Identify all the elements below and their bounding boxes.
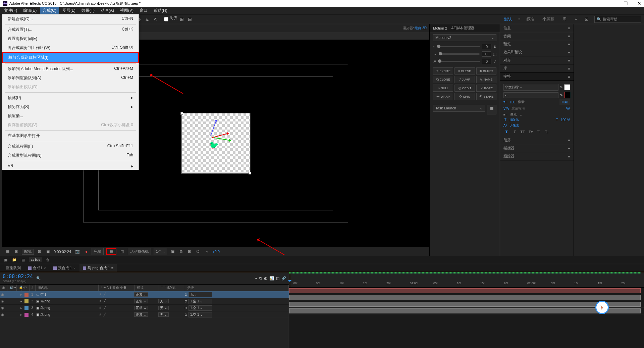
layer-bar[interactable] (289, 302, 641, 307)
blend-mode-dropdown[interactable]: 正常 ⌄ (134, 306, 148, 310)
layer-name[interactable]: 空 1 (40, 292, 46, 297)
workspace-small[interactable]: 小屏幕 (540, 15, 556, 23)
motion-slider-0[interactable]: ↕0⇕ (433, 44, 496, 49)
workspace-more-icon[interactable]: » (573, 15, 579, 23)
smallcaps-button[interactable]: Tᴛ (528, 130, 534, 134)
col-mode[interactable]: 模式 (135, 285, 159, 291)
trkmat-dropdown[interactable]: 无 ⌄ (158, 306, 169, 310)
panel-对齐[interactable]: 对齐≡ (500, 56, 574, 64)
layer-bar[interactable] (289, 288, 641, 293)
menu-5[interactable]: 动画(A) (98, 7, 117, 14)
grid-icon[interactable]: ⊞ (13, 249, 19, 254)
font-family-dropdown[interactable]: 华文行楷 ⌄ (503, 84, 558, 91)
search-layers-icon[interactable]: 🔍 (36, 276, 41, 281)
bpc-button[interactable]: 32 bpc (29, 257, 42, 262)
motion-slider-2[interactable]: ↗0⤢ (433, 59, 496, 64)
character-panel-tab[interactable]: 字符 (503, 74, 511, 79)
stroke-eyedropper-icon[interactable]: ✎ (560, 93, 563, 97)
menu-item[interactable]: 将合成裁剪到工作区(W)Ctrl+Shift+X (2, 43, 139, 52)
col-audio-icon[interactable]: 🔊 (7, 285, 12, 291)
blend-mode-dropdown[interactable]: 正常 ⌄ (134, 299, 148, 303)
col-solo-icon[interactable]: ● (12, 285, 17, 291)
panel-效果和预设[interactable]: 效果和预设≡ (500, 48, 574, 56)
parent-dropdown[interactable]: 1.空 1 ⌄ (189, 299, 212, 304)
link-icon[interactable]: 🔗 (281, 276, 286, 281)
pickwhip-icon[interactable]: ⊙ (184, 299, 187, 303)
timecode[interactable]: 0:00:02:24 (3, 274, 33, 280)
allcaps-button[interactable]: TT (520, 130, 526, 134)
zoom-dropdown[interactable]: 50% (22, 249, 34, 255)
menu-item[interactable]: 裁剪合成到目标区域(I) (3, 53, 138, 62)
menu-item[interactable]: 新建合成(C)...Ctrl+N (2, 14, 139, 23)
motion-null-button[interactable]: ○NULL (433, 85, 453, 92)
task-go-button[interactable]: ▦ (487, 105, 496, 114)
motion2-tab[interactable]: Motion 2 (433, 26, 447, 30)
timeline-tab-3[interactable]: 鸟.png 合成 1 ≡ (79, 264, 117, 272)
pickwhip-icon[interactable]: ⊙ (184, 313, 187, 316)
layer-row-1[interactable]: ▸ 1 ▭空 1 ♯ ╱ 正常 ⌄ ⊙无 ⌄ (0, 291, 289, 298)
pixel-aspect-icon[interactable]: ▣ (170, 249, 176, 254)
layer-row-2[interactable]: ▸ 2 ▣鸟.png ♯ ╱ 正常 ⌄ 无 ⌄ ⊙1.空 1 ⌄ (0, 298, 289, 305)
panel-跟踪器[interactable]: 跟踪器≡ (500, 152, 574, 160)
menu-4[interactable]: 效果(T) (79, 7, 97, 14)
motion-burst-button[interactable]: ✺BURST (476, 67, 496, 74)
motion-spin-button[interactable]: ⟳SPIN (454, 93, 475, 100)
layer-bounds[interactable] (181, 113, 250, 173)
fill-color-swatch[interactable] (564, 84, 570, 90)
menu-8[interactable]: 帮助(H) (151, 7, 170, 14)
exposure-icon[interactable]: ☼ (204, 249, 210, 254)
close-button[interactable]: ✕ (637, 1, 641, 6)
menu-3[interactable]: 图层(L) (60, 7, 78, 14)
menu-1[interactable]: 编辑(E) (20, 7, 39, 14)
menu-7[interactable]: 窗口 (137, 7, 150, 14)
mask-icon[interactable]: ◫ (119, 249, 125, 254)
stroke-color-swatch[interactable] (564, 92, 570, 98)
menu-item[interactable]: 合成设置(T)...Ctrl+K (2, 25, 139, 34)
layer-name[interactable]: 鸟.png (40, 299, 50, 304)
roi-icon[interactable]: ▣ (45, 249, 51, 254)
menu-item[interactable]: 预览(P) (2, 93, 139, 102)
fast-preview-icon[interactable]: ⧉ (178, 249, 184, 254)
col-visibility-icon[interactable]: ◉ (0, 285, 7, 291)
panel-menu-icon[interactable]: ≡ (568, 74, 570, 79)
snap-checkbox[interactable] (164, 15, 168, 23)
font-size-value[interactable]: 100 (510, 100, 516, 104)
menu-item[interactable]: 设置海报时间(E) (2, 34, 139, 43)
panel-摇摆器[interactable]: 摇摆器≡ (500, 144, 574, 152)
workspace-library[interactable]: 库 (560, 15, 569, 23)
views-dropdown[interactable]: 1个... (154, 248, 167, 255)
col-lock-icon[interactable]: 🔒 (17, 285, 21, 291)
current-time[interactable]: 0:00:02:24 (54, 250, 71, 254)
parent-dropdown[interactable]: 1.空 1 ⌄ (189, 312, 212, 317)
motion-warp-button[interactable]: 〰WARP (433, 93, 453, 100)
col-source-name[interactable]: 源名称 (36, 285, 99, 291)
menu-2[interactable]: 合成(C) (40, 7, 59, 14)
panel-音频[interactable]: 音频≡ (500, 32, 574, 40)
motion-blend-button[interactable]: ≈BLEND (454, 67, 475, 74)
timeline-icon[interactable]: ⊞ (186, 249, 192, 254)
leading-value[interactable]: 自动 (559, 99, 570, 105)
italic-button[interactable]: T (512, 130, 518, 134)
superscript-button[interactable]: T¹ (536, 130, 542, 134)
layer-name[interactable]: 鸟.png (40, 306, 50, 310)
pickwhip-icon[interactable]: ⊙ (184, 306, 187, 310)
eyedropper-icon[interactable]: ✎ (560, 85, 563, 90)
resolution-icon[interactable]: ⊡ (37, 249, 42, 254)
menu-item[interactable]: 添加到渲染队列(A)Ctrl+M (2, 73, 139, 83)
comp-icon[interactable]: ▦ (20, 257, 26, 263)
label-color[interactable] (24, 293, 29, 297)
label-color[interactable] (24, 313, 29, 317)
snapshot-icon[interactable]: 📷 (74, 249, 81, 254)
motion-stare-button[interactable]: 👁STARE (476, 93, 496, 100)
menu-item[interactable]: 合成流程图(F)Ctrl+Shift+F11 (2, 142, 139, 151)
label-color[interactable] (24, 306, 29, 310)
trkmat-dropdown[interactable]: 无 ⌄ (158, 299, 169, 303)
reset-workspace-icon[interactable]: ⊡ (583, 15, 590, 23)
snap-opt1-icon[interactable]: ⊞ (178, 15, 185, 23)
visibility-toggle[interactable] (0, 313, 5, 316)
motion-rope-button[interactable]: ⟋ROPE (476, 85, 496, 92)
col-parent[interactable]: 父级 (185, 285, 289, 291)
motion-jump-button[interactable]: ⤴JUMP (454, 76, 475, 83)
blend-mode-dropdown[interactable]: 正常 ⌄ (134, 312, 148, 317)
menu-item[interactable]: VR (2, 162, 139, 170)
